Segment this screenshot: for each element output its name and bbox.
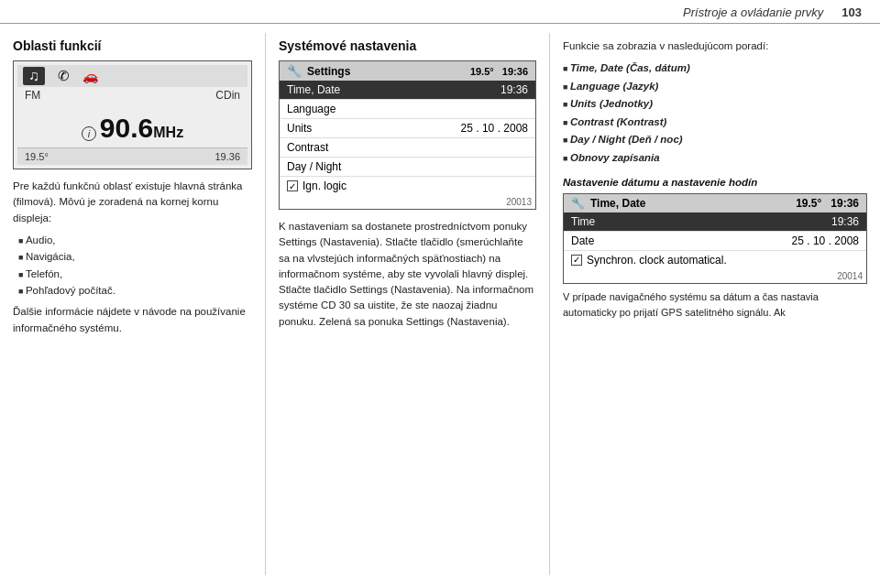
feature-4: Day / Night (Deň / noc)	[563, 131, 867, 149]
radio-freq: 90.6	[100, 113, 153, 143]
td-checkbox-row: ✓ Synchron. clock automatical.	[564, 251, 866, 269]
radio-time: 19.36	[214, 151, 240, 162]
radio-mode-bar: FM CDin	[17, 87, 248, 105]
col2-title: Systémové nastavenia	[279, 38, 536, 53]
feature-2: Units (Jednotky)	[563, 95, 867, 114]
bullet-tel: Telefón,	[18, 266, 252, 282]
radio-bottom-bar: 19.5° 19.36	[17, 147, 248, 165]
col3-para: V prípade navigačného systému sa dátum a…	[563, 289, 867, 321]
td-time: 19:36	[830, 197, 859, 210]
radio-cdin-label: CDin	[215, 89, 240, 102]
radio-freq-unit: MHz	[153, 125, 183, 140]
settings-header-left: 🔧 Settings	[287, 64, 350, 78]
settings-header-info: 19.5° 19:36	[470, 66, 528, 77]
col3-intro: Funkcie sa zobrazia v nasledujúcom porad…	[563, 38, 867, 54]
settings-label-0: Time, Date	[287, 83, 340, 96]
column-3: Funkcie sa zobrazia v nasledujúcom porad…	[550, 33, 880, 575]
bullet-nav: Navigácia,	[18, 248, 252, 265]
feature-0: Time, Date (Čas, dátum)	[563, 60, 867, 78]
col1-para1: Pre každú funkčnú oblasť existuje hlavná…	[13, 179, 252, 226]
timedate-screen: 🔧 Time, Date 19.5° 19:36 Time 19:36 Date…	[563, 193, 867, 284]
screen-id-2: 20014	[564, 269, 866, 283]
checkbox-label: Ign. logic	[302, 180, 346, 192]
radio-screen: ♫ ✆ 🚗 FM CDin i90.6MHz 19.5° 19.36	[13, 60, 252, 169]
settings-checkbox-row: ✓ Ign. logic	[280, 177, 535, 195]
td-header-left: 🔧 Time, Date	[571, 197, 645, 210]
td-value-0: 19:36	[831, 215, 859, 228]
info-icon: i	[82, 126, 96, 141]
col1-title: Oblasti funkcií	[13, 38, 252, 53]
car-icon: 🚗	[82, 69, 98, 83]
screen-id-1: 20013	[280, 195, 535, 209]
radio-fm-label: FM	[25, 89, 40, 102]
settings-row-0: Time, Date 19:36	[280, 81, 535, 100]
td-temp: 19.5°	[796, 197, 821, 210]
td-value-1: 25 . 10 . 2008	[792, 234, 859, 247]
radio-temp: 19.5°	[25, 151, 49, 162]
audio-icon: ♫	[23, 67, 45, 85]
td-header-right: 19.5° 19:36	[796, 197, 859, 210]
td-row-1: Date 25 . 10 . 2008	[564, 232, 866, 251]
col3-subtitle: Nastavenie dátumu a nastavenie hodín	[563, 177, 867, 188]
feature-5: Obnovy zapísania	[563, 149, 867, 168]
settings-value-0: 19:36	[500, 83, 528, 96]
settings-label-1: Language	[287, 103, 336, 115]
settings-temp: 19.5°	[470, 66, 494, 77]
col1-para2: Ďalšie informácie nájdete v návode na po…	[13, 304, 252, 336]
feature-1: Language (Jazyk)	[563, 78, 867, 96]
td-label-1: Date	[571, 234, 594, 247]
settings-title: Settings	[307, 65, 350, 78]
radio-freq-display: i90.6MHz	[17, 105, 248, 147]
settings-row-2: Units 25 . 10 . 2008	[280, 119, 535, 138]
feature-list: Time, Date (Čas, dátum) Language (Jazyk)…	[563, 60, 867, 167]
checkbox-icon: ✓	[287, 180, 298, 191]
td-header: 🔧 Time, Date 19.5° 19:36	[564, 194, 866, 212]
radio-top-bar: ♫ ✆ 🚗	[17, 65, 248, 87]
col2-para: K nastaveniam sa dostanete prostredníctv…	[279, 219, 536, 330]
feature-3: Contrast (Kontrast)	[563, 114, 867, 132]
bullet-pc: Pohľadový počítač.	[18, 282, 252, 299]
settings-screen: 🔧 Settings 19.5° 19:36 Time, Date 19:36 …	[279, 60, 536, 210]
phone-icon: ✆	[58, 68, 70, 84]
page-number: 103	[842, 5, 862, 19]
main-content: Oblasti funkcií ♫ ✆ 🚗 FM CDin i90.6MHz 1…	[0, 24, 880, 584]
settings-label-4: Day / Night	[287, 160, 341, 173]
wrench-icon: 🔧	[287, 64, 302, 78]
bullet-audio: Audio,	[18, 232, 252, 248]
settings-label-3: Contrast	[287, 141, 328, 154]
page-header: Prístroje a ovládanie prvky 103	[0, 0, 880, 24]
settings-time: 19:36	[502, 66, 528, 77]
settings-row-1: Language	[280, 100, 535, 119]
td-checkbox-icon: ✓	[571, 255, 582, 266]
td-title: Time, Date	[590, 197, 645, 210]
settings-row-4: Day / Night	[280, 158, 535, 177]
col1-bullets: Audio, Navigácia, Telefón, Pohľadový poč…	[18, 232, 252, 299]
page-title: Prístroje a ovládanie prvky	[683, 5, 823, 19]
radio-icons: ♫ ✆ 🚗	[23, 67, 98, 85]
settings-row-3: Contrast	[280, 138, 535, 158]
column-1: Oblasti funkcií ♫ ✆ 🚗 FM CDin i90.6MHz 1…	[0, 33, 266, 575]
column-2: Systémové nastavenia 🔧 Settings 19.5° 19…	[266, 33, 550, 575]
settings-label-2: Units	[287, 122, 312, 135]
td-row-0: Time 19:36	[564, 212, 866, 232]
td-wrench-icon: 🔧	[571, 197, 585, 210]
settings-header: 🔧 Settings 19.5° 19:36	[280, 61, 535, 81]
td-checkbox-label: Synchron. clock automatical.	[587, 254, 727, 267]
td-label-0: Time	[571, 215, 595, 228]
settings-value-2: 25 . 10 . 2008	[461, 122, 528, 135]
